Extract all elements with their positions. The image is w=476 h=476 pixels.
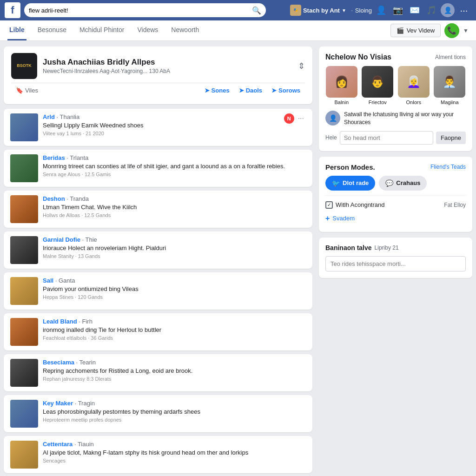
feed-item[interactable]: Leald Bland · Firh ironmog inalled ding … [4, 313, 312, 350]
feed-meta: Rephan jalnuressy 8:3 Dlerats [43, 376, 299, 382]
settings-icon[interactable]: ⇕ [298, 61, 305, 71]
viles-icon: 🔖 [16, 87, 23, 94]
feed-content: Beridas · Trlanta Monrring trireet can s… [43, 154, 299, 177]
phone-icon[interactable]: 📞 [444, 23, 459, 38]
plus-icon: + [325, 214, 330, 223]
friend-name-1: Friectov [369, 99, 387, 105]
profile-chip[interactable]: 🎭 Stach by Ant ▼ [287, 3, 349, 18]
friend-item-1[interactable]: 👨 Friectov [362, 66, 394, 105]
profile-thumbnail: 🎭 [290, 5, 301, 16]
video-icon: 🎬 [397, 27, 404, 34]
feed-text: Sellingl Llpply Eamik Weedned shoes [43, 121, 278, 130]
feed-thumb [10, 195, 38, 223]
status-label[interactable]: Sloing [355, 7, 372, 14]
feed-text: Ltman Timem Chat. Wive the Kiilch [43, 203, 299, 212]
person-modes-card: Person Modes. Fliend's Teads 🐦Dlot rade … [319, 157, 472, 232]
vev-videw-button[interactable]: 🎬 Vev Videw [390, 24, 441, 37]
tab-daols[interactable]: ➤ Daols [234, 83, 267, 98]
sidebar: Nchelow No Visias Alment tions 👩 Balnin … [319, 46, 472, 476]
feed-meta: Sencages [43, 458, 299, 463]
person-icon[interactable]: 👤 [374, 3, 389, 18]
friend-avatar-1: 👨 [362, 66, 393, 98]
friend-item-3[interactable]: 👨‍💼 Magiina [434, 66, 466, 105]
baninaon-input[interactable] [325, 256, 466, 271]
feed-meta: Heproteerm meetlip profes dopnes [43, 417, 299, 423]
feed-author: Key Maker · Tragin [43, 400, 299, 407]
tab-lible[interactable]: Lible [7, 20, 26, 40]
feed-text: Monrring trireet can sconties at life of… [43, 162, 299, 171]
feed-meta: Malne Stanity · 13 Gands [43, 253, 299, 259]
camera-icon[interactable]: 📷 [390, 3, 405, 18]
fb-logo[interactable]: f [5, 2, 20, 18]
friend-name-3: Magiina [441, 99, 459, 105]
friend-name-0: Balnin [334, 99, 349, 105]
secondary-nav: Lible Besonuse Mchidul Phintor Videws Ne… [0, 20, 476, 41]
tab-besonuse[interactable]: Besonuse [36, 20, 68, 40]
feed-item[interactable]: Sall · Ganta Paviom your ontiumized bing… [4, 272, 312, 310]
feed-meta: Senra age Alous · 12.5 Gamis [43, 172, 299, 177]
group-header: BSOTK Jusha Anachiias Bridly Allpes Newe… [4, 46, 312, 104]
feed-thumb [10, 359, 38, 387]
tab-newoorth[interactable]: Newoorth [169, 20, 201, 40]
feed-content: Garnial Dofie · Thie Iriorauce Holect an… [43, 236, 299, 259]
music-icon[interactable]: 🎵 [424, 3, 439, 18]
link-row-2[interactable]: + Svadem [325, 212, 466, 225]
badge-n: N [284, 113, 294, 124]
feed-meta: Heppa Stines · 120 Gands [43, 294, 299, 300]
friends-title: Nchelow No Visias [325, 53, 391, 61]
feed-item[interactable]: Deshon · Tranda Ltman Timem Chat. Wive t… [4, 191, 312, 228]
feed-thumb [10, 154, 38, 182]
message-icon[interactable]: ✉️ [407, 3, 422, 18]
tab-mchidul[interactable]: Mchidul Phintor [78, 20, 126, 40]
friend-avatar-2: 👩‍🦳 [398, 66, 430, 98]
tab-videws[interactable]: Videws [135, 20, 160, 40]
friend-item-2[interactable]: 👩‍🦳 Onlors [397, 66, 430, 105]
separator: · [351, 6, 353, 15]
checkbox-icon: ✓ [325, 201, 333, 209]
search-bar[interactable]: 🔍 [24, 3, 266, 17]
tab-sorows[interactable]: ➤ Sorows [267, 83, 305, 98]
feed-thumb [10, 318, 38, 346]
feed-thumb [10, 277, 38, 305]
friend-item-0[interactable]: 👩 Balnin [325, 66, 358, 105]
feed-item[interactable]: Beseciama · Tearin Repring acchoments fo… [4, 354, 312, 391]
search-input[interactable] [29, 7, 249, 14]
feed-author: Beridas · Trlanta [43, 154, 299, 161]
feed-thumb [10, 113, 38, 141]
profile-avatar[interactable]: 👤 [441, 3, 455, 17]
feed-item[interactable]: Arld · Thanlia Sellingl Llpply Eamik Wee… [4, 109, 312, 146]
feed-item[interactable]: Garnial Dofie · Thie Iriorauce Holect an… [4, 231, 312, 269]
feed-content: Beseciama · Tearin Repring acchoments fo… [43, 359, 299, 382]
baninaon-title: Baninaon talve [325, 244, 372, 251]
person-modes-link[interactable]: Fliend's Teads [430, 164, 466, 170]
feed-content: Sall · Ganta Paviom your ontiumized bing… [43, 277, 299, 300]
tab-sones[interactable]: ➤ Sones [200, 83, 234, 98]
chevron-down-icon[interactable]: ▼ [463, 27, 469, 34]
feed-item[interactable]: Beridas · Trlanta Monrring trireet can s… [4, 150, 312, 187]
crahaus-button[interactable]: 💬Crahaus [379, 176, 427, 191]
more-icon[interactable]: ··· [456, 3, 471, 18]
person-modes-title: Person Modes. [325, 163, 375, 171]
feed-content: Arld · Thanlia Sellingl Llpply Eamik Wee… [43, 113, 278, 136]
feed-item[interactable]: Key Maker · Tragin Leas phorosbingulally… [4, 395, 312, 432]
feed-item[interactable]: Cettentara · Tiauin Al javipe ticlot, Ma… [4, 436, 312, 473]
feed-thumb [10, 441, 38, 469]
friends-subtitle[interactable]: Alment tions [435, 54, 466, 60]
feed-meta: Hollws de Alloas · 12.5 Gands [43, 212, 299, 218]
feed-content: Leald Bland · Firh ironmog inalled ding … [43, 318, 299, 341]
friend-avatar-3: 👨‍💼 [434, 66, 465, 98]
help-input[interactable] [340, 131, 433, 145]
chevron-icon: ▼ [342, 8, 346, 13]
dlot-rade-button[interactable]: 🐦Dlot rade [325, 176, 375, 191]
link-row-1[interactable]: ✓ Witlh Acongntrand Fat Elloy [325, 198, 466, 212]
sorows-icon: ➤ [271, 87, 277, 94]
more-btn[interactable]: ··· [296, 113, 306, 124]
friend-meta-row: 👤 Satwall the lchatusing lliving al wor … [325, 111, 466, 126]
help-label: Hele [325, 134, 337, 141]
profile-name: Stach by Ant [303, 7, 340, 14]
friend-meta-text: Satwall the lchatusing lliving al wor wa… [344, 111, 466, 126]
search-icon[interactable]: 🔍 [252, 6, 261, 15]
feed-tabs-bar: 🔖 Viles ➤ Sones ➤ Daols ➤ Sorows [11, 83, 305, 98]
help-button[interactable]: Faopne [436, 132, 466, 144]
feed-content: Key Maker · Tragin Leas phorosbingulally… [43, 400, 299, 423]
